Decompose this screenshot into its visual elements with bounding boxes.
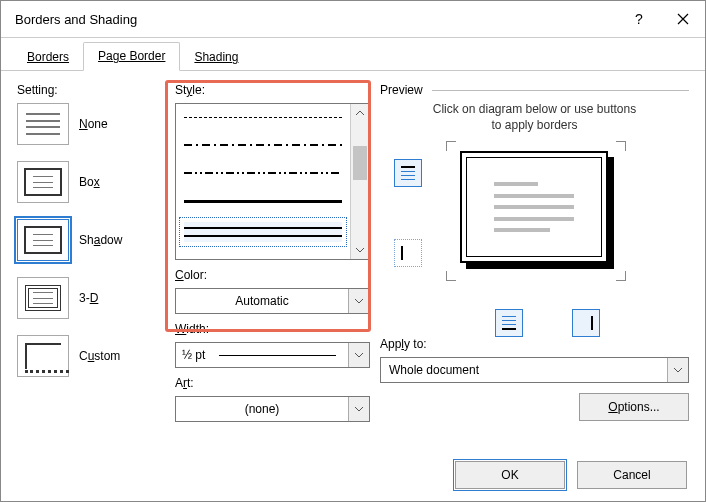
color-value: Automatic (176, 294, 348, 308)
setting-none[interactable]: None (17, 103, 165, 145)
border-top-button[interactable] (394, 159, 422, 187)
preview-corner-tl (446, 141, 456, 151)
apply-to-select[interactable]: Whole document (380, 357, 689, 383)
chevron-down-icon (674, 367, 682, 373)
close-button[interactable] (661, 1, 705, 37)
tab-shading[interactable]: Shading (180, 44, 252, 71)
titlebar-buttons: ? (617, 1, 705, 37)
style-list-body (176, 104, 350, 259)
border-bottom-button[interactable] (495, 309, 523, 337)
setting-shadow-label: Shadow (79, 233, 122, 247)
cancel-button[interactable]: Cancel (577, 461, 687, 489)
preview-corner-br (616, 271, 626, 281)
setting-label: Setting: (17, 83, 165, 97)
preview-page[interactable] (460, 151, 608, 263)
preview-area (380, 143, 689, 333)
scroll-up-button[interactable] (351, 104, 369, 122)
preview-column: Preview Click on diagram below or use bu… (380, 83, 689, 449)
style-option-thick[interactable] (184, 194, 342, 208)
border-right-button[interactable] (572, 309, 600, 337)
width-value: ½ pt (182, 348, 205, 362)
style-option-double[interactable] (184, 222, 342, 242)
style-option-dashdot[interactable] (184, 138, 342, 152)
style-column: Style: (175, 83, 370, 449)
style-listbox[interactable] (175, 103, 370, 260)
style-option-dashed[interactable] (184, 110, 342, 124)
width-sample-line (219, 355, 336, 356)
ok-button[interactable]: OK (455, 461, 565, 489)
setting-custom[interactable]: Custom (17, 335, 165, 377)
style-label: Style: (175, 83, 370, 97)
scroll-track[interactable] (351, 122, 369, 241)
setting-column: Setting: None Box Shadow 3-D Custom (17, 83, 165, 449)
tab-strip: Borders Page Border Shading (1, 38, 705, 71)
color-dropdown-button[interactable] (348, 289, 369, 313)
tab-page-border[interactable]: Page Border (83, 42, 180, 71)
chevron-up-icon (356, 110, 364, 116)
style-scrollbar[interactable] (350, 104, 369, 259)
art-label: Art: (175, 376, 370, 390)
setting-3d-label: 3-D (79, 291, 98, 305)
chevron-down-icon (355, 406, 363, 412)
apply-to-group: Apply to: Whole document (380, 337, 689, 383)
preview-label: Preview (380, 83, 429, 97)
setting-shadow[interactable]: Shadow (17, 219, 165, 261)
chevron-down-icon (356, 247, 364, 253)
width-dropdown-button[interactable] (348, 343, 369, 367)
width-label: Width: (175, 322, 370, 336)
art-select[interactable]: (none) (175, 396, 370, 422)
style-option-dashdotdot[interactable] (184, 166, 342, 180)
chevron-down-icon (355, 352, 363, 358)
border-left-button[interactable] (394, 239, 422, 267)
color-select[interactable]: Automatic (175, 288, 370, 314)
preview-corner-bl (446, 271, 456, 281)
preview-divider (432, 90, 689, 91)
window-title: Borders and Shading (15, 12, 137, 27)
dialog-footer: OK Cancel (1, 449, 705, 501)
width-select[interactable]: ½ pt (175, 342, 370, 368)
art-value: (none) (176, 402, 348, 416)
apply-to-label: Apply to: (380, 337, 689, 351)
apply-to-dropdown-button[interactable] (667, 358, 688, 382)
apply-to-value: Whole document (381, 363, 667, 377)
setting-3d[interactable]: 3-D (17, 277, 165, 319)
preview-corner-tr (616, 141, 626, 151)
preview-hint: Click on diagram below or use buttons to… (380, 101, 689, 133)
close-icon (677, 13, 689, 25)
setting-box[interactable]: Box (17, 161, 165, 203)
help-button[interactable]: ? (617, 1, 661, 37)
dialog-body: Setting: None Box Shadow 3-D Custom (1, 71, 705, 449)
scroll-thumb[interactable] (353, 146, 367, 180)
borders-and-shading-dialog: Borders and Shading ? Borders Page Borde… (0, 0, 706, 502)
options-button[interactable]: Options... (579, 393, 689, 421)
title-bar: Borders and Shading ? (1, 1, 705, 38)
color-label: Color: (175, 268, 370, 282)
art-dropdown-button[interactable] (348, 397, 369, 421)
setting-none-label: None (79, 117, 108, 131)
tab-borders[interactable]: Borders (13, 44, 83, 71)
setting-box-label: Box (79, 175, 100, 189)
scroll-down-button[interactable] (351, 241, 369, 259)
chevron-down-icon (355, 298, 363, 304)
setting-custom-label: Custom (79, 349, 120, 363)
